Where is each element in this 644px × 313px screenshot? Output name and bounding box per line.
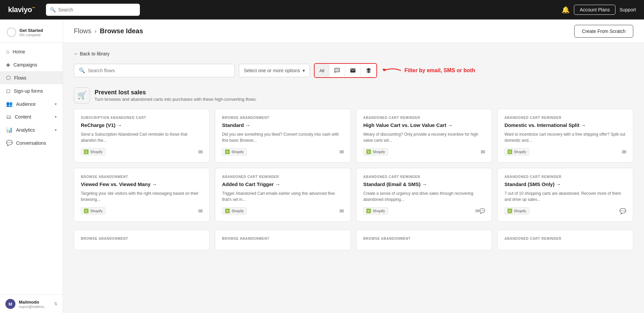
sidebar-item-content[interactable]: 🗂 Content ▾ [0,110,63,123]
body-content: ← Back to library 🔍 Select one or more o… [63,43,644,313]
support-link[interactable]: Support [620,7,636,12]
content-icon: 🗂 [6,114,11,120]
flow-card-bottom-1[interactable]: BROWSE ABANDONMENT [74,230,210,250]
flow-card-viewed-few[interactable]: BROWSE ABANDONMENT Viewed Few vs. Viewed… [74,168,210,222]
card-category: BROWSE ABANDONMENT [363,237,485,240]
card-footer: S Shopify ✉ [504,148,626,155]
sidebar-item-audience[interactable]: 👥 Audience ▾ [0,97,63,110]
flow-card-bottom-2[interactable]: BROWSE ABANDONMENT [215,230,351,250]
card-title: ReCharge (V1) → [81,122,203,128]
sidebar-item-home[interactable]: ⌂ Home [0,45,63,58]
card-title: Domestic vs. International Split → [504,122,626,128]
card-category: BROWSE ABANDONMENT [222,237,344,240]
card-footer: S Shopify ✉💬 [363,207,485,215]
svg-point-0 [336,70,336,70]
card-category: BROWSE ABANDONMENT [222,116,344,120]
card-badge-shopify: S Shopify [222,207,247,215]
options-dropdown[interactable]: Select one or more options ▾ [239,64,310,77]
card-title: High Value Cart vs. Low Value Cart → [363,122,485,128]
flow-card-standard-sms[interactable]: ABANDONED CART REMINDER Standard (SMS On… [497,168,633,222]
card-footer: S Shopify ✉ [363,148,485,155]
breadcrumb-flows-link[interactable]: Flows [74,27,91,35]
card-category: SUBSCRIPTION ABANDONED CART [81,116,203,120]
content-area: Flows › Browse Ideas Create From Scratch… [63,19,644,313]
search-icon: 🔍 [79,68,85,74]
card-category: ABANDONED CART REMINDER [504,175,626,179]
card-badge-shopify: S Shopify [363,207,388,215]
filter-all-button[interactable]: All [315,64,329,77]
card-title: Standard → [222,122,344,128]
email-channel-icon: ✉ [622,149,626,155]
expand-icon: ⇅ [54,302,57,306]
annotation-text: Filter by email, SMS or both [405,68,475,74]
shopify-icon: S [225,209,230,213]
chevron-down-icon: ▾ [55,115,57,119]
user-menu[interactable]: M Mailmodo nupur@mailmo... ⇅ [5,299,57,309]
chevron-down-icon: ▾ [55,102,57,106]
get-started-title: Get Started [19,28,43,33]
global-search-input[interactable] [58,7,136,12]
badge-label: Shopify [373,209,385,213]
card-footer: S Shopify 💬 [504,207,626,215]
sidebar-item-campaigns[interactable]: ◈ Campaigns [0,58,63,71]
svg-point-2 [338,70,338,70]
sidebar-item-signup-forms[interactable]: ◻ Sign-up forms [0,84,63,97]
card-footer: S Shopify ✉ [222,207,344,215]
card-description: Targeting your site visitors with the ri… [81,190,203,203]
breadcrumb-current: Browse Ideas [100,27,143,35]
flow-card-domestic[interactable]: ABANDONED CART REMINDER Domestic vs. Int… [497,109,633,163]
filter-annotation: Filter by email, SMS or both [382,65,475,76]
card-footer: S Shopify ✉ [81,207,203,215]
sidebar-item-analytics[interactable]: 📊 Analytics ▾ [0,123,63,136]
email-channel-icon: ✉ [339,149,344,155]
user-info: Mailmodo nupur@mailmo... [19,300,47,309]
sidebar-item-conversations[interactable]: 💬 Conversations [0,136,63,149]
filter-both-button[interactable] [361,64,376,77]
card-footer: S Shopify ✉ [81,148,203,155]
search-flows-input[interactable] [88,68,230,73]
filters-row: 🔍 Select one or more options ▾ All [74,63,633,78]
logo-text: klaviyo™ [8,5,35,14]
flow-card-standard-email-sms[interactable]: ABANDONED CART REMINDER Standard (Email … [356,168,492,222]
flow-card-standard-browse[interactable]: BROWSE ABANDONMENT Standard → Did you se… [215,109,351,163]
flow-card-added-to-cart[interactable]: ABANDONED CART REMINDER Added to Cart Tr… [215,168,351,222]
sidebar-item-flows[interactable]: ⬡ Flows [0,71,63,84]
flows-icon: ⬡ [6,75,11,81]
flow-card-bottom-3[interactable]: BROWSE ABANDONMENT [356,230,492,250]
account-plans-button[interactable]: Account Plans [574,5,615,15]
campaigns-icon: ◈ [6,61,10,68]
back-to-library-link[interactable]: ← Back to library [74,51,633,56]
card-badge-shopify: S Shopify [504,148,529,155]
flow-card-bottom-4[interactable]: ABANDONED CART REMINDER [497,230,633,250]
card-category: ABANDONED CART REMINDER [363,175,485,179]
shopify-icon: S [225,149,230,154]
sidebar: Get Started 0% complete ⌂ Home ◈ Campaig… [0,19,63,313]
card-category: ABANDONED CART REMINDER [222,175,344,179]
section-description: Turn browses and abandoned carts into pu… [95,97,257,102]
shopify-icon: S [507,209,512,213]
create-from-scratch-button[interactable]: Create From Scratch [574,25,633,38]
filter-email-button[interactable] [345,64,361,77]
global-search-bar[interactable]: 🔍 [46,4,140,16]
card-description: Weary of discounting? Only provide a rec… [363,131,485,143]
section-title: Prevent lost sales [95,89,257,96]
card-badge-shopify: S Shopify [81,207,106,215]
chevron-down-icon: ▾ [55,128,57,132]
search-icon: 🔍 [50,7,56,12]
filter-sms-button[interactable] [329,64,345,77]
filter-buttons-group: All [314,63,377,78]
card-category: ABANDONED CART REMINDER [504,116,626,120]
search-flows-input-container[interactable]: 🔍 [74,64,235,77]
email-channel-icon: ✉ [198,208,203,214]
card-title: Viewed Few vs. Viewed Many → [81,181,203,187]
get-started-item[interactable]: Get Started 0% complete [5,25,57,40]
logo: klaviyo™ [8,5,35,14]
section-info: Prevent lost sales Turn browses and aban… [95,89,257,102]
notification-bell-icon[interactable]: 🔔 [561,6,570,14]
get-started-subtitle: 0% complete [19,33,43,37]
flow-card-high-value[interactable]: ABANDONED CART REMINDER High Value Cart … [356,109,492,163]
progress-circle [7,28,16,37]
badge-label: Shopify [231,150,244,154]
flow-card-recharge[interactable]: SUBSCRIPTION ABANDONED CART ReCharge (V1… [74,109,210,163]
options-placeholder: Select one or more options [244,68,300,73]
